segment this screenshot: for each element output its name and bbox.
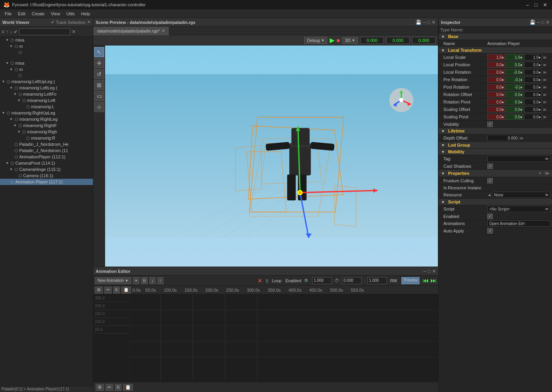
tree-item[interactable]: ▼⬡mixamorig:LeftFo xyxy=(0,91,93,97)
post-rot-z-input[interactable] xyxy=(524,84,542,90)
tree-down-icon[interactable]: ↓ xyxy=(10,29,12,34)
anim-paste-icon[interactable]: 📋 xyxy=(122,287,131,294)
rot-pivot-expand-icon[interactable]: ≫ xyxy=(543,100,547,104)
depth-offset-stepper-icon[interactable]: ≫ xyxy=(519,136,523,140)
tree-item[interactable]: ▼⬡mixa xyxy=(0,60,93,66)
anim-settings-icon[interactable]: ⚙ xyxy=(95,287,103,294)
anim-export-icon[interactable]: ↑ xyxy=(157,277,163,284)
rot-offset-expand-icon[interactable]: ≫ xyxy=(543,93,547,97)
menu-view[interactable]: View xyxy=(48,11,64,17)
tree-item[interactable]: ▼⬡CameraPivot (114:1) xyxy=(0,160,93,166)
move-tool-button[interactable]: ✛ xyxy=(94,58,104,68)
world-viewer-search-input[interactable] xyxy=(19,28,70,35)
rot-offset-x-input[interactable] xyxy=(487,91,505,98)
anim-footer-btn4[interactable]: 📋 xyxy=(123,384,133,391)
depth-offset-input[interactable] xyxy=(487,135,519,141)
scene-preview-min[interactable]: – xyxy=(423,20,426,25)
stop-button[interactable]: ■ xyxy=(337,37,340,44)
track-check-icon[interactable]: ✔ xyxy=(14,29,18,34)
local-rot-x-input[interactable] xyxy=(487,69,505,75)
rot-offset-z-input[interactable] xyxy=(524,91,542,98)
scale-pivot-expand-icon[interactable]: ≫ xyxy=(543,115,547,119)
local-scale-x-input[interactable] xyxy=(487,54,505,60)
pre-rot-z-input[interactable] xyxy=(524,76,542,83)
tree-item[interactable]: ▼⬡CameraHinge (115:1) xyxy=(0,166,93,172)
pre-rot-y-input[interactable] xyxy=(506,76,523,83)
inspector-close-icon[interactable]: ✕ xyxy=(546,20,550,25)
scale-pivot-z-input[interactable] xyxy=(524,114,542,120)
tree-filter-icon[interactable]: ≡ xyxy=(2,29,4,34)
scale-offset-expand-icon[interactable]: ≫ xyxy=(543,107,547,112)
preview-button[interactable]: Preview xyxy=(401,277,419,284)
close-button[interactable]: ✕ xyxy=(541,2,549,8)
scale-pivot-x-input[interactable] xyxy=(487,114,505,120)
rot-pivot-x-input[interactable] xyxy=(487,99,505,105)
anim-add-icon[interactable]: + xyxy=(133,277,140,284)
scene-viewport[interactable]: ↖ ✛ ↺ ⊞ ▭ ⊹ xyxy=(93,45,438,267)
inspector-min-icon[interactable]: – xyxy=(537,20,540,25)
anim-import-icon[interactable]: ↓ xyxy=(149,277,156,284)
tree-item[interactable]: ▼⬡mixamorig:RightF xyxy=(0,122,93,129)
tree-item[interactable]: ⬡ xyxy=(0,49,93,55)
post-rot-y-input[interactable] xyxy=(506,84,523,90)
anim-close-icon[interactable]: ✕ xyxy=(432,269,436,274)
menu-utils[interactable]: Utils xyxy=(63,11,78,17)
delete-track-icon[interactable]: ✕ xyxy=(258,278,262,284)
coord-x-input[interactable] xyxy=(360,37,384,44)
tree-item-animation-player[interactable]: ⬡Animation Player (117:1) xyxy=(0,179,93,185)
rot-pivot-y-input[interactable] xyxy=(506,99,523,105)
tree-item[interactable]: ⬡mixamorig:L xyxy=(0,103,93,110)
section-mobility-header[interactable]: ▼ Mobility xyxy=(439,149,552,155)
anim-footer-btn1[interactable]: ⚙ xyxy=(96,384,104,391)
scale-tool-button[interactable]: ⊞ xyxy=(94,80,104,90)
section-properties-header[interactable]: ▼ Properties + ≫ xyxy=(439,170,552,177)
tree-item[interactable]: ⬡AnimationPlayer (112:1) xyxy=(0,154,93,160)
section-script-header[interactable]: ▼ Script xyxy=(439,199,552,205)
frustum-culling-checkbox[interactable]: ✓ xyxy=(487,178,493,183)
inspector-max-icon[interactable]: □ xyxy=(541,20,544,25)
scale-offset-z-input[interactable] xyxy=(524,106,542,113)
local-scale-y-input[interactable] xyxy=(506,54,523,60)
local-scale-expand-icon[interactable]: ≫ xyxy=(543,55,547,60)
tree-item[interactable]: ⬡Paladin_J_Nordstrom (11 xyxy=(0,147,93,154)
rect-tool-button[interactable]: ▭ xyxy=(94,91,104,101)
world-viewer-close[interactable]: ✕ xyxy=(87,20,91,25)
section-lod-header[interactable]: ▼ Lod Group xyxy=(439,142,552,149)
local-pos-z-input[interactable] xyxy=(524,62,542,68)
select-tool-button[interactable]: ↖ xyxy=(94,47,104,57)
tree-item[interactable]: ⬡mixamorig:R xyxy=(0,135,93,141)
local-scale-z-input[interactable] xyxy=(524,54,542,60)
loop-value-input[interactable] xyxy=(312,277,332,284)
tree-item[interactable]: ▼⬡m xyxy=(0,66,93,73)
tree-item[interactable]: ▼⬡mixamorig:LeftLeg ( xyxy=(0,85,93,91)
script-dropdown[interactable]: <No Script> ≫ xyxy=(487,206,550,212)
search-close-icon[interactable]: ✕ xyxy=(72,29,76,34)
anim-copy-icon[interactable]: ⎘ xyxy=(141,277,148,284)
maximize-button[interactable]: □ xyxy=(533,2,539,8)
auto-apply-checkbox[interactable]: ✓ xyxy=(487,228,493,234)
local-pos-expand-icon[interactable]: ≫ xyxy=(543,63,547,67)
anim-min-icon[interactable]: – xyxy=(423,269,426,274)
minimize-button[interactable]: – xyxy=(525,2,530,8)
scene-preview-max[interactable]: □ xyxy=(427,20,430,25)
tree-item[interactable]: ⬡Paladin_J_Nordstrom_He xyxy=(0,141,93,147)
new-animation-dropdown[interactable]: New Animation ▼ xyxy=(95,277,131,284)
section-lifetime-header[interactable]: ▼ Lifetime xyxy=(439,128,552,134)
rot-offset-y-input[interactable] xyxy=(506,91,523,98)
local-pos-y-input[interactable] xyxy=(506,62,523,68)
local-pos-x-input[interactable] xyxy=(487,62,505,68)
menu-file[interactable]: File xyxy=(2,11,15,17)
tree-item[interactable]: ▼⬡mixamorig:RightLeg xyxy=(0,116,93,122)
section-local-transform-header[interactable]: ▼ Local Transform xyxy=(439,47,552,54)
local-rot-expand-icon[interactable]: ≫ xyxy=(543,70,547,74)
time-end-input[interactable] xyxy=(367,277,387,284)
anim-cut-icon[interactable]: ✂ xyxy=(104,287,112,294)
coord-y-input[interactable] xyxy=(386,37,410,44)
stop-anim-icon[interactable]: ⏭ xyxy=(430,277,437,284)
scene-preview-save-icon[interactable]: 💾 xyxy=(416,20,421,25)
tree-item[interactable]: ⬡ xyxy=(0,73,93,78)
time-start-input[interactable] xyxy=(342,277,361,284)
tag-dropdown[interactable]: ≫ xyxy=(487,156,550,162)
post-rot-expand-icon[interactable]: ≫ xyxy=(543,85,547,89)
tree-item[interactable]: ▼⬡mixa xyxy=(0,37,93,43)
